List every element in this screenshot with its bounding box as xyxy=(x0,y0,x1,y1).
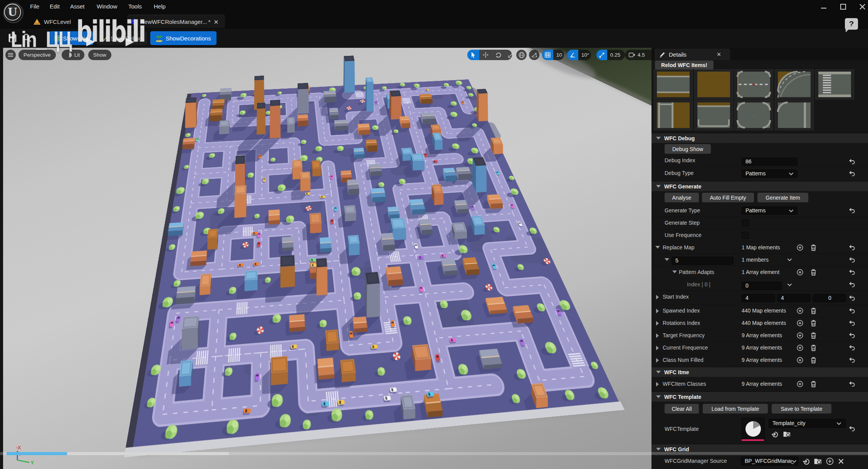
showgrid-button[interactable]: ShowGrid xyxy=(49,31,93,45)
wfc-item-thumbnail[interactable] xyxy=(654,100,693,130)
analyse-button[interactable]: Analyse xyxy=(665,193,699,202)
spawned-index-reset-icon[interactable] xyxy=(849,308,855,314)
scale-snap-value[interactable]: 0.25 xyxy=(607,50,623,60)
help-bubble[interactable]: ? xyxy=(845,18,858,30)
replace-map-reset-icon[interactable] xyxy=(849,244,855,251)
tab-close-icon[interactable] xyxy=(214,20,218,24)
browse-content-icon[interactable] xyxy=(22,32,32,43)
rotations-index-add-icon[interactable] xyxy=(797,320,803,326)
rotations-index-expander[interactable] xyxy=(656,321,659,326)
index0-field[interactable]: 0 xyxy=(742,282,782,290)
template-reset-icon[interactable] xyxy=(849,425,855,432)
wfc-item-thumbnail[interactable] xyxy=(775,69,814,99)
reload-wfc-items-button[interactable]: Relod WFC Items! xyxy=(655,61,714,69)
use-frequence-checkbox[interactable] xyxy=(742,232,749,239)
map-key-field[interactable]: 5 xyxy=(672,257,734,265)
debug-index-field[interactable]: 86 xyxy=(742,158,797,166)
rotate-tool-button[interactable] xyxy=(492,50,505,60)
wfcitem-classes-expander[interactable] xyxy=(656,382,659,387)
save-to-template-button[interactable]: Save to Template xyxy=(772,404,831,414)
current-frequence-expander[interactable] xyxy=(656,346,659,350)
debug-index-reset-icon[interactable] xyxy=(849,158,855,165)
wfc-item-thumbnail[interactable] xyxy=(654,69,693,99)
gridmanager-use-selected-icon[interactable] xyxy=(802,457,811,465)
index0-chevron-icon[interactable] xyxy=(787,283,792,286)
start-index-z-field[interactable]: 0 xyxy=(813,294,846,302)
map-members-reset-icon[interactable] xyxy=(849,257,855,263)
replace-map-delete-icon[interactable] xyxy=(810,244,817,251)
surface-snap-button[interactable] xyxy=(529,50,539,60)
generate-step-checkbox[interactable] xyxy=(742,219,749,227)
section-wfc-template[interactable]: WFC Template xyxy=(651,392,868,402)
angle-snap-toggle[interactable] xyxy=(567,50,578,60)
debug-type-reset-icon[interactable] xyxy=(849,170,855,177)
template-use-selected-icon[interactable] xyxy=(771,430,779,438)
auto-fill-empty-button[interactable]: Auto Fill Empty xyxy=(702,193,754,202)
section-wfc-itme[interactable]: WFC Itme xyxy=(651,367,868,377)
pattern-adapts-delete-icon[interactable] xyxy=(810,269,817,276)
menu-edit[interactable]: Edit xyxy=(45,0,64,13)
map-members-chevron-icon[interactable] xyxy=(787,258,792,261)
grid-snap-control[interactable]: 10 xyxy=(542,50,564,60)
load-from-template-button[interactable]: Load from Template xyxy=(703,404,768,414)
details-tab[interactable]: Details xyxy=(655,49,730,60)
index0-reset-icon[interactable] xyxy=(849,281,855,288)
menu-window[interactable]: Window xyxy=(92,0,122,13)
showdecorations-button[interactable]: ShowDecorations xyxy=(150,31,217,45)
gridmanager-browse-icon[interactable] xyxy=(814,457,822,465)
section-expander-icon[interactable] xyxy=(656,371,661,373)
wfc-item-thumbnail[interactable] xyxy=(734,100,773,130)
angle-snap-control[interactable]: 10° xyxy=(567,50,591,60)
gridmanager-add-icon[interactable] xyxy=(826,457,834,465)
target-frequency-expander[interactable] xyxy=(656,333,659,338)
start-index-x-field[interactable]: 4 xyxy=(742,294,775,302)
tab-wfclevel[interactable]: WFCLevel xyxy=(28,15,76,28)
wfcitem-classes-reset-icon[interactable] xyxy=(849,381,855,387)
class-num-filled-reset-icon[interactable] xyxy=(849,357,855,363)
generate-type-dropdown[interactable]: Patterns xyxy=(742,207,797,215)
wfc-item-thumbnail[interactable] xyxy=(694,100,733,130)
class-num-filled-add-icon[interactable] xyxy=(797,357,803,363)
wfc-item-thumbnail[interactable] xyxy=(694,69,733,99)
menu-help[interactable]: Help xyxy=(149,0,170,13)
debug-type-dropdown[interactable]: Patterns xyxy=(742,170,797,178)
replace-map-expander[interactable] xyxy=(655,246,660,249)
current-frequence-reset-icon[interactable] xyxy=(849,345,855,351)
move-tool-button[interactable] xyxy=(479,50,492,60)
world-space-button[interactable] xyxy=(516,50,527,60)
template-dropdown[interactable]: Template_city xyxy=(769,419,846,428)
template-thumbnail[interactable] xyxy=(742,418,765,440)
start-index-y-field[interactable]: 4 xyxy=(777,294,811,302)
gridmanager-source-dropdown[interactable]: BP_WFCGridManag xyxy=(741,457,798,466)
save-icon[interactable] xyxy=(7,33,18,43)
select-tool-button[interactable] xyxy=(467,50,479,60)
current-frequence-add-icon[interactable] xyxy=(797,345,803,351)
rotations-index-delete-icon[interactable] xyxy=(810,319,817,327)
wfc-item-thumbnail[interactable] xyxy=(734,69,773,99)
grid-snap-value[interactable]: 10 xyxy=(553,50,565,60)
pattern-adapts-reset-icon[interactable] xyxy=(849,269,855,276)
showdebug-button[interactable]: ShowDebug xyxy=(96,31,147,45)
target-frequency-reset-icon[interactable] xyxy=(849,332,855,339)
gridmanager-clear-icon[interactable] xyxy=(838,458,844,465)
class-num-filled-expander[interactable] xyxy=(656,358,659,363)
clear-all-button[interactable]: Clear All xyxy=(665,404,699,414)
scale-snap-toggle[interactable] xyxy=(596,50,607,60)
pattern-adapts-add-icon[interactable] xyxy=(797,269,803,276)
section-expander-icon[interactable] xyxy=(656,137,661,140)
pattern-adapts-expander[interactable] xyxy=(672,271,677,273)
menu-asset[interactable]: Asset xyxy=(65,0,89,13)
scale-snap-control[interactable]: 0.25 xyxy=(596,50,625,60)
wfcitem-classes-delete-icon[interactable] xyxy=(810,380,817,388)
section-wfc-debug[interactable]: WFC Debug xyxy=(651,133,868,143)
template-browse-icon[interactable] xyxy=(783,430,791,438)
section-expander-icon[interactable] xyxy=(656,448,661,451)
wfcitem-classes-add-icon[interactable] xyxy=(797,381,803,387)
section-expander-icon[interactable] xyxy=(656,185,661,188)
angle-snap-value[interactable]: 10° xyxy=(578,50,592,60)
section-wfc-generate[interactable]: WFC Generate xyxy=(651,181,868,191)
spawned-index-add-icon[interactable] xyxy=(797,308,803,314)
debug-show-button[interactable]: Debug Show xyxy=(665,144,711,154)
class-num-filled-delete-icon[interactable] xyxy=(810,356,817,364)
minimize-button[interactable] xyxy=(820,3,828,11)
